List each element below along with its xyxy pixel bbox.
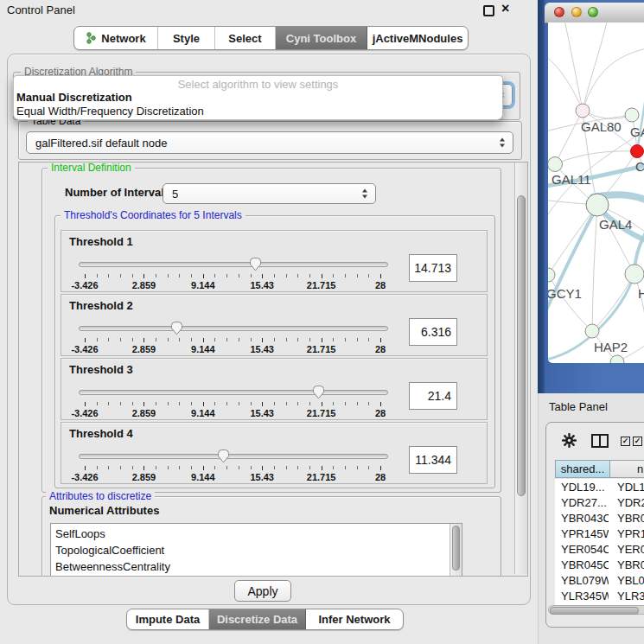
algorithm-option[interactable]: Manual Discretization: [16, 91, 132, 104]
checked-checkbox-icon[interactable]: ✓: [633, 437, 642, 446]
close-traffic-light-icon[interactable]: [554, 7, 564, 17]
network-edge[interactable]: [555, 151, 637, 164]
cell-name[interactable]: YBR0: [609, 512, 644, 525]
table-data-combobox[interactable]: galFiltered.sif default node: [26, 131, 513, 154]
gal4-node[interactable]: [586, 194, 609, 216]
slider-track[interactable]: [79, 262, 388, 267]
minimize-traffic-light-icon[interactable]: [571, 7, 582, 17]
slider-tick: [286, 338, 287, 341]
network-canvas[interactable]: GAL80GACGAL11GAL4GCY1HHAP2: [548, 22, 644, 363]
gal80-node[interactable]: [576, 104, 590, 118]
cell-shared-name[interactable]: YBR045C: [555, 558, 609, 571]
selected-red-node[interactable]: [631, 145, 644, 158]
settings-scrollbar[interactable]: [514, 163, 527, 574]
slider-tick: [333, 466, 334, 469]
network-edge[interactable]: [592, 205, 597, 331]
network-edge[interactable]: [583, 111, 632, 118]
threshold-value-field[interactable]: 11.344: [409, 446, 457, 474]
network-edge[interactable]: [548, 275, 592, 331]
slider-tick-label: 2.859: [119, 472, 168, 482]
network-edge[interactable]: [548, 48, 583, 111]
attributes-scrollbar[interactable]: [450, 524, 462, 577]
checked-checkbox-icon[interactable]: ✓: [621, 437, 630, 446]
tab-select[interactable]: Select: [215, 27, 276, 49]
gcy1-node[interactable]: [548, 268, 555, 282]
network-edge[interactable]: [564, 22, 583, 111]
table-horizontal-scrollbar[interactable]: [548, 605, 644, 615]
table-hscrollbar-thumb[interactable]: [550, 607, 639, 615]
cell-name[interactable]: YPR1: [609, 527, 644, 540]
node-label: GAL80: [581, 119, 622, 134]
slider-thumb[interactable]: [217, 449, 230, 463]
slider-track[interactable]: [79, 454, 388, 459]
zoom-traffic-light-icon[interactable]: [588, 7, 598, 17]
algorithm-option[interactable]: Equal Width/Frequency Discretization: [16, 105, 204, 118]
column-header-shared-name[interactable]: shared...: [556, 461, 610, 477]
number-of-intervals-combobox[interactable]: 5: [163, 183, 376, 204]
threshold-slider[interactable]: -3.4262.8599.14415.4321.71528: [79, 447, 388, 483]
threshold-slider[interactable]: -3.4262.8599.14415.4321.71528: [79, 255, 388, 291]
tab-network[interactable]: Network: [74, 27, 158, 49]
network-edge[interactable]: [548, 205, 597, 275]
threshold-value-field[interactable]: 6.316: [409, 318, 457, 346]
threshold-value-field[interactable]: 21.4: [409, 382, 457, 410]
slider-tick: [239, 338, 239, 341]
table-row[interactable]: YPR145WYPR1: [555, 526, 644, 541]
network-edge[interactable]: [592, 274, 634, 331]
table-row[interactable]: YLR345WYLR3: [555, 588, 644, 603]
slider-thumb[interactable]: [170, 321, 183, 335]
cell-shared-name[interactable]: YLR345W: [555, 590, 609, 603]
cell-shared-name[interactable]: YPR145W: [555, 527, 609, 540]
slider-thumb[interactable]: [249, 257, 262, 271]
tab-discretize-data[interactable]: Discretize Data: [209, 609, 306, 629]
table-row[interactable]: YDR27...YDR2: [555, 494, 644, 510]
cell-shared-name[interactable]: YBL079W: [555, 574, 609, 587]
threshold-value-field[interactable]: 14.713: [409, 254, 457, 282]
attribute-list-item[interactable]: BetweennessCentrality: [51, 558, 462, 575]
float-window-icon[interactable]: [483, 5, 494, 16]
settings-scrollbar-thumb[interactable]: [517, 195, 526, 496]
column-header-name[interactable]: n: [610, 461, 644, 477]
table-row[interactable]: YER054CYER0: [555, 541, 644, 557]
tab-jactivemnodules[interactable]: jActiveMNodules: [367, 27, 468, 49]
attribute-list-item[interactable]: TopologicalCoefficient: [51, 542, 462, 558]
cell-shared-name[interactable]: YBR043C: [555, 512, 609, 525]
slider-thumb[interactable]: [312, 385, 325, 399]
threshold-slider[interactable]: -3.4262.8599.14415.4321.71528: [79, 383, 388, 419]
cell-name[interactable]: YBR0: [609, 558, 644, 571]
slider-track[interactable]: [79, 390, 388, 395]
tab-impute-data[interactable]: Impute Data: [127, 609, 209, 629]
table-row[interactable]: YDL19...YDL1: [555, 479, 644, 494]
slider-track[interactable]: [79, 326, 388, 331]
cut-node-top-right[interactable]: [625, 108, 639, 122]
cell-shared-name[interactable]: YDL19...: [555, 481, 609, 494]
cell-name[interactable]: YLR3: [609, 590, 644, 603]
cell-name[interactable]: YBL0: [609, 574, 644, 587]
table-row[interactable]: YBR045CYBR0: [555, 557, 644, 572]
attribute-list-item[interactable]: SelfLoops: [51, 526, 462, 542]
table-row[interactable]: YBL079WYBL0: [555, 572, 644, 588]
network-edge[interactable]: [583, 22, 609, 111]
table-row[interactable]: YBR043CYBR0: [555, 510, 644, 526]
gear-icon[interactable]: [562, 433, 577, 448]
cell-name[interactable]: YER0: [609, 543, 644, 556]
network-window-titlebar[interactable]: [545, 3, 644, 23]
close-icon[interactable]: ×: [501, 1, 509, 16]
attributes-scrollbar-thumb[interactable]: [452, 526, 460, 571]
slider-tick: [156, 274, 156, 277]
threshold-slider[interactable]: -3.4262.8599.14415.4321.71528: [79, 319, 388, 355]
network-edge[interactable]: [583, 47, 644, 111]
cell-shared-name[interactable]: YDR27...: [555, 496, 609, 509]
tab-style[interactable]: Style: [158, 27, 215, 49]
gal11-node[interactable]: [548, 157, 563, 172]
cut-node-right[interactable]: [625, 265, 644, 284]
slider-tick: [368, 274, 369, 277]
cell-name[interactable]: YDR2: [609, 496, 644, 509]
tab-infer-network[interactable]: Infer Network: [306, 609, 403, 629]
apply-button[interactable]: Apply: [234, 580, 291, 602]
tab-cyni-toolbox[interactable]: Cyni Toolbox: [276, 27, 367, 49]
cell-shared-name[interactable]: YER054C: [555, 543, 609, 556]
cell-name[interactable]: YDL1: [609, 481, 644, 494]
hap2-node[interactable]: [585, 324, 599, 338]
split-view-icon[interactable]: [591, 434, 609, 448]
